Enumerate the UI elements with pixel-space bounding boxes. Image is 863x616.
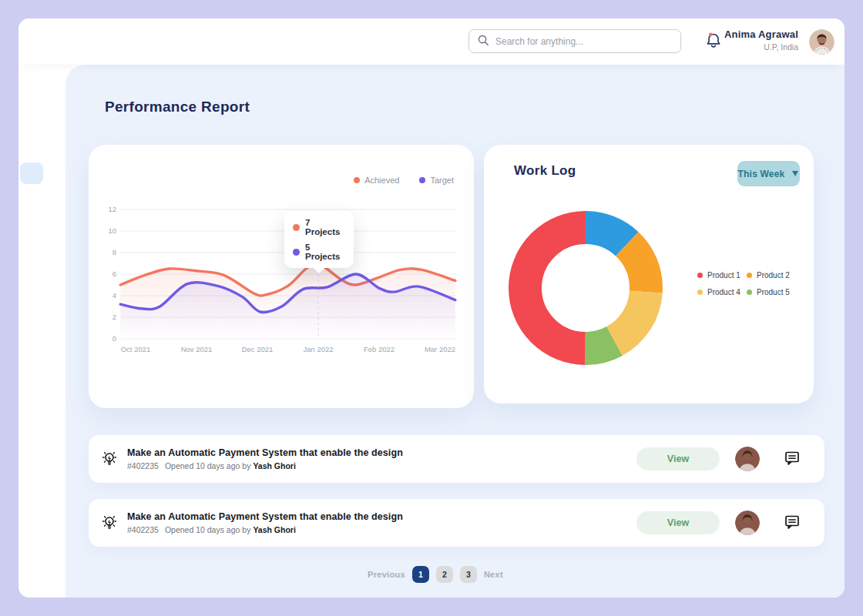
search-icon — [477, 34, 489, 49]
task-id: #402235 — [127, 525, 159, 534]
worklog-card: Work Log This Week Product 1 Product 2 P… — [484, 145, 814, 403]
topbar: Anima Agrawal U.P, India — [18, 18, 845, 65]
product1-dot-icon — [697, 273, 703, 278]
view-button[interactable]: View — [636, 447, 720, 470]
pagination-page-3[interactable]: 3 — [460, 566, 477, 583]
lightbulb-icon — [99, 449, 119, 469]
view-button[interactable]: View — [636, 511, 720, 534]
task-meta: #402235Opened 10 days ago byYash Ghori — [127, 461, 403, 470]
svg-text:4: 4 — [112, 291, 116, 300]
donut-legend-item: Product 4 — [697, 288, 747, 296]
task-text: Make an Automatic Payment System that en… — [127, 447, 403, 470]
pagination-page-2[interactable]: 2 — [436, 566, 453, 583]
donut-legend-label: Product 5 — [757, 288, 790, 296]
tooltip-label: 5 Projects — [305, 243, 345, 261]
svg-text:Feb 2022: Feb 2022 — [364, 345, 395, 353]
donut-legend-label: Product 1 — [707, 271, 740, 280]
chart-legend: Achieved Target — [354, 176, 454, 185]
task-opened-text: Opened 10 days ago by — [165, 525, 251, 534]
page-title: Performance Report — [105, 99, 250, 116]
tooltip-achieved-dot-icon — [293, 224, 300, 231]
product2-dot-icon — [747, 273, 752, 278]
pagination-next[interactable]: Next — [484, 570, 503, 579]
task-text: Make an Automatic Payment System that en… — [127, 511, 403, 534]
user-avatar[interactable] — [809, 29, 834, 55]
user-info: Anima Agrawal U.P, India — [697, 28, 798, 52]
svg-text:Oct 2021: Oct 2021 — [121, 345, 151, 353]
product5-dot-icon — [747, 290, 752, 295]
tooltip-label: 7 Projects — [305, 218, 345, 236]
assignee-avatar — [735, 447, 760, 471]
svg-text:10: 10 — [108, 226, 116, 235]
donut-legend: Product 1 Product 2 Product 4 Product 5 — [697, 271, 796, 296]
search-bar[interactable] — [468, 29, 681, 53]
task-author: Yash Ghori — [253, 461, 295, 470]
legend-label: Achieved — [364, 176, 399, 185]
donut-legend-label: Product 2 — [757, 271, 790, 280]
comment-button[interactable] — [783, 514, 801, 532]
donut-legend-label: Product 4 — [707, 288, 740, 296]
svg-text:Dec 2021: Dec 2021 — [242, 345, 274, 353]
user-name: Anima Agrawal — [697, 28, 798, 40]
task-id: #402235 — [127, 461, 159, 470]
comment-icon — [784, 514, 801, 531]
legend-label: Target — [430, 176, 454, 185]
legend-item-achieved: Achieved — [354, 176, 399, 185]
task-actions: View — [636, 447, 801, 471]
svg-text:Jan 2022: Jan 2022 — [303, 345, 333, 353]
avatar-image — [809, 29, 834, 55]
chevron-down-icon — [791, 170, 799, 177]
task-actions: View — [636, 511, 801, 535]
chart-tooltip: 7 Projects 5 Projects — [284, 211, 354, 268]
task-author: Yash Ghori — [253, 525, 295, 534]
tooltip-row: 5 Projects — [293, 243, 345, 261]
week-filter-button[interactable]: This Week — [737, 161, 800, 186]
svg-text:12: 12 — [108, 205, 116, 213]
task-card: Make an Automatic Payment System that en… — [89, 499, 824, 547]
comment-icon — [784, 450, 801, 467]
task-card: Make an Automatic Payment System that en… — [89, 435, 824, 483]
svg-text:2: 2 — [112, 313, 116, 321]
svg-text:Nov 2021: Nov 2021 — [181, 345, 213, 353]
worklog-title: Work Log — [514, 163, 576, 179]
pagination-previous[interactable]: Previous — [368, 570, 405, 579]
app-window: Anima Agrawal U.P, India Performance Rep… — [18, 18, 845, 598]
achieved-dot-icon — [354, 177, 360, 183]
week-filter-label: This Week — [738, 169, 785, 179]
task-title: Make an Automatic Payment System that en… — [127, 511, 403, 522]
svg-text:0: 0 — [112, 334, 116, 343]
task-meta: #402235Opened 10 days ago byYash Ghori — [127, 525, 403, 534]
worklog-donut-chart — [509, 211, 663, 365]
legend-item-target: Target — [419, 176, 454, 185]
tooltip-row: 7 Projects — [293, 218, 345, 236]
tooltip-target-dot-icon — [293, 249, 300, 256]
main-content: Performance Report Achieved Target 02468… — [65, 65, 845, 598]
sidebar-active-item-indicator[interactable] — [20, 162, 43, 184]
user-location: U.P, India — [697, 42, 798, 52]
svg-text:8: 8 — [112, 248, 116, 256]
task-title: Make an Automatic Payment System that en… — [127, 447, 403, 458]
donut-legend-item: Product 2 — [747, 271, 796, 280]
svg-text:6: 6 — [112, 270, 116, 278]
donut-legend-item: Product 5 — [747, 288, 796, 296]
svg-text:Mar 2022: Mar 2022 — [425, 345, 455, 353]
target-dot-icon — [419, 177, 425, 183]
comment-button[interactable] — [783, 450, 801, 468]
task-opened-text: Opened 10 days ago by — [165, 461, 251, 470]
pagination: Previous 1 2 3 Next — [368, 566, 503, 583]
donut-legend-item: Product 1 — [697, 271, 747, 280]
product4-dot-icon — [697, 290, 703, 295]
search-input[interactable] — [495, 36, 673, 47]
performance-chart-card: Achieved Target 024681012Oct 2021Nov 202… — [89, 145, 474, 408]
assignee-avatar — [735, 511, 760, 535]
lightbulb-icon — [99, 513, 119, 533]
pagination-page-1[interactable]: 1 — [412, 566, 429, 583]
